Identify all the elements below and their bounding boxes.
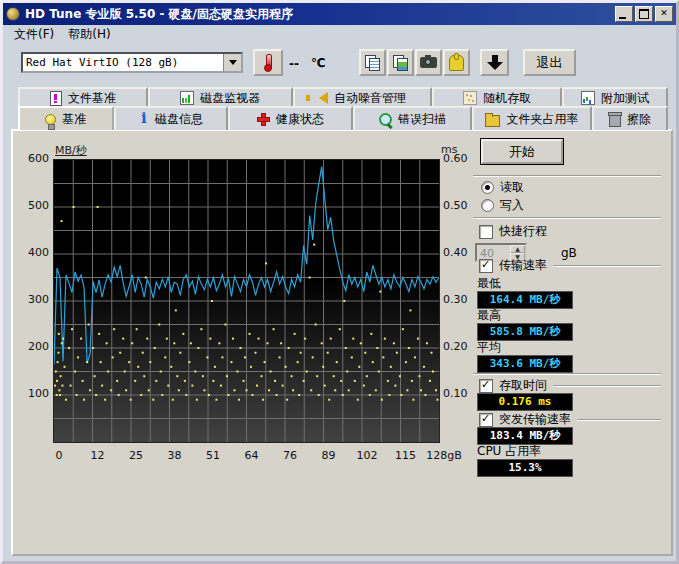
avg-label: 平均 — [477, 339, 501, 356]
tab-label: 错误扫描 — [398, 111, 446, 128]
copy-text-icon — [365, 55, 381, 71]
hand-icon — [449, 55, 464, 71]
access-time-value: 0.176 ms — [477, 393, 573, 411]
info-icon — [139, 112, 149, 126]
read-label: 读取 — [500, 179, 524, 196]
axis-tick: 0.30 — [443, 293, 468, 306]
axis-tick: 0.40 — [443, 246, 468, 259]
access-time-checkbox[interactable] — [479, 379, 493, 393]
max-label: 最高 — [477, 307, 501, 324]
drive-select-value: Red Hat VirtIO (128 gB) — [23, 56, 223, 69]
tab-folder-usage[interactable]: 文件夹占用率 — [472, 106, 592, 130]
tab-label: 文件夹占用率 — [506, 111, 578, 128]
tab-label: 基准 — [62, 111, 86, 128]
tab-disk-monitor[interactable]: 磁盘监视器 — [148, 87, 293, 107]
app-window: HD Tune 专业版 5.50 - 硬盘/固态硬盘实用程序 文件(F) 帮助(… — [0, 0, 679, 564]
axis-tick: 0.10 — [443, 387, 468, 400]
axis-tick: 0.50 — [443, 199, 468, 212]
tab-label: 附加测试 — [601, 90, 649, 107]
tab-label: 磁盘监视器 — [200, 90, 260, 107]
axis-tick: 12 — [78, 449, 118, 462]
tab-extra-tests[interactable]: 附加测试 — [562, 87, 668, 107]
burst-rate-checkbox[interactable] — [479, 413, 493, 427]
tab-label: 健康状态 — [276, 111, 324, 128]
tab-random-access[interactable]: 随机存取 — [432, 87, 562, 107]
drive-select[interactable]: Red Hat VirtIO (128 gB) — [21, 52, 243, 73]
tab-aam[interactable]: 自动噪音管理 — [293, 87, 433, 107]
dropdown-arrow-icon[interactable] — [223, 54, 241, 71]
tab-label: 磁盘信息 — [155, 111, 203, 128]
axis-tick: 25 — [116, 449, 156, 462]
axis-tick: 38 — [155, 449, 195, 462]
tab-benchmark[interactable]: 基准 — [18, 106, 114, 130]
random-access-icon — [463, 91, 477, 105]
axis-tick: 0.20 — [443, 340, 468, 353]
exit-button[interactable]: 退出 — [523, 49, 576, 76]
tab-label: 擦除 — [627, 111, 651, 128]
camera-icon — [420, 57, 437, 68]
burst-rate-label: 突发传输速率 — [499, 411, 571, 428]
maximize-button[interactable] — [635, 6, 653, 22]
cpu-usage-label: CPU 占用率 — [477, 443, 541, 460]
axis-tick: 102 — [347, 449, 387, 462]
hdtune-logo-icon — [6, 7, 20, 21]
left-axis-label: MB/秒 — [55, 143, 87, 158]
read-radio-row[interactable]: 读取 — [481, 179, 524, 196]
min-label: 最低 — [477, 275, 501, 292]
axis-tick: 76 — [270, 449, 310, 462]
close-button[interactable] — [655, 6, 673, 22]
options-button[interactable] — [443, 49, 470, 76]
speaker-icon — [319, 92, 328, 104]
temperature-button[interactable] — [253, 49, 283, 76]
save-results-button[interactable] — [480, 49, 509, 76]
avg-value: 343.6 MB/秒 — [477, 355, 573, 373]
axis-tick: 128gB — [424, 449, 464, 462]
tab-row-secondary: 文件基准 磁盘监视器 自动噪音管理 随机存取 附加测试 — [18, 87, 668, 107]
window-title: HD Tune 专业版 5.50 - 硬盘/固态硬盘实用程序 — [25, 6, 613, 23]
benchmark-page: MB/秒 ms 600500400300200100 0.600.500.400… — [11, 129, 673, 556]
toolbar: Red Hat VirtIO (128 gB) -- ℃ 退出 — [3, 44, 676, 82]
temperature-value: -- — [289, 57, 299, 71]
axis-tick: 0 — [39, 449, 79, 462]
tab-health[interactable]: 健康状态 — [228, 106, 352, 130]
tab-label: 自动噪音管理 — [334, 90, 406, 107]
copy-text-button[interactable] — [359, 49, 386, 76]
axis-tick: 500 — [21, 199, 49, 212]
title-bar: HD Tune 专业版 5.50 - 硬盘/固态硬盘实用程序 — [3, 3, 676, 25]
axis-tick: 200 — [21, 340, 49, 353]
short-stroke-checkbox[interactable] — [479, 225, 493, 239]
access-time-label: 存取时间 — [499, 377, 547, 394]
write-label: 写入 — [500, 197, 524, 214]
burst-rate-row[interactable]: 突发传输速率 — [479, 411, 661, 428]
minimize-button[interactable] — [615, 6, 633, 22]
trash-icon — [609, 114, 621, 127]
tab-label: 文件基准 — [68, 90, 116, 107]
axis-tick: 64 — [232, 449, 272, 462]
start-button[interactable]: 开始 — [481, 139, 563, 164]
tab-erase[interactable]: 擦除 — [592, 106, 668, 130]
transfer-rate-checkbox[interactable] — [479, 259, 493, 273]
short-stroke-row[interactable]: 快捷行程 — [479, 223, 547, 240]
axis-tick: 51 — [193, 449, 233, 462]
benchmark-chart — [53, 159, 440, 443]
transfer-rate-row[interactable]: 传输速率 — [479, 257, 661, 274]
menu-help[interactable]: 帮助(H) — [61, 24, 117, 45]
tab-error-scan[interactable]: 错误扫描 — [353, 106, 473, 130]
access-time-row[interactable]: 存取时间 — [479, 377, 661, 394]
tab-disk-info[interactable]: 磁盘信息 — [114, 106, 229, 130]
write-radio[interactable] — [481, 199, 494, 212]
tab-label: 随机存取 — [483, 90, 531, 107]
screenshot-button[interactable] — [415, 49, 442, 76]
menu-bar: 文件(F) 帮助(H) — [3, 25, 676, 45]
write-radio-row[interactable]: 写入 — [481, 197, 524, 214]
read-radio[interactable] — [481, 181, 494, 194]
axis-tick: 0.60 — [443, 152, 468, 165]
axis-tick: 89 — [309, 449, 349, 462]
health-cross-icon — [257, 113, 270, 126]
disk-monitor-icon — [180, 91, 194, 105]
tab-file-benchmark[interactable]: 文件基准 — [18, 87, 148, 107]
cpu-usage-value: 15.3% — [477, 459, 573, 477]
copy-image-button[interactable] — [387, 49, 414, 76]
menu-file[interactable]: 文件(F) — [7, 24, 61, 45]
magnifier-icon — [379, 113, 392, 126]
